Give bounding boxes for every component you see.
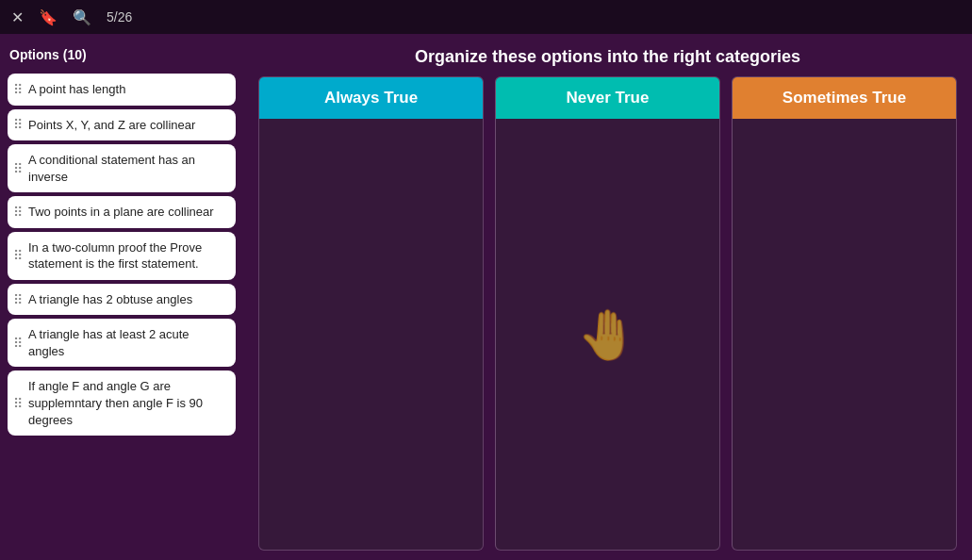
sometimes-true-header: Sometimes True [733,77,956,119]
bookmark-icon[interactable]: 🔖 [39,8,58,26]
options-list: A point has lengthPoints X, Y, and Z are… [0,74,243,436]
drop-zone-never-true[interactable]: Never True 🤚 [495,76,720,551]
option-card-opt5[interactable]: In a two-column proof the Prove statemen… [8,232,236,280]
top-bar: ✕ 🔖 🔍 5/26 [0,0,972,34]
instruction-bar: Organize these options into the right ca… [243,34,972,76]
always-true-body[interactable] [259,119,483,550]
drag-hand-icon: 🤚 [577,305,638,363]
drop-zone-always-true[interactable]: Always True [258,76,484,551]
drop-zones: Always True Never True 🤚 Sometimes True [243,76,972,560]
search-icon[interactable]: 🔍 [73,8,91,26]
options-label: Options (10) [0,43,243,70]
progress-text: 5/26 [107,9,132,25]
option-card-opt4[interactable]: Two points in a plane are collinear [8,196,236,228]
option-card-opt1[interactable]: A point has length [8,74,236,106]
option-card-opt6[interactable]: A triangle has 2 obtuse angles [8,284,236,316]
always-true-header: Always True [259,77,483,119]
never-true-header: Never True [496,77,719,119]
option-card-opt2[interactable]: Points X, Y, and Z are collinear [8,109,236,141]
options-panel: Options (10) A point has lengthPoints X,… [0,34,243,560]
option-card-opt8[interactable]: If angle F and angle G are supplemntary … [8,371,236,436]
categories-area: Organize these options into the right ca… [243,34,972,560]
option-card-opt7[interactable]: A triangle has at least 2 acute angles [8,319,236,367]
never-true-body[interactable]: 🤚 [496,119,719,550]
back-icon[interactable]: ✕ [11,8,24,26]
sometimes-true-body[interactable] [733,119,956,550]
option-card-opt3[interactable]: A conditional statement has an inverse [8,144,236,192]
main-content: Options (10) A point has lengthPoints X,… [0,34,972,560]
drop-zone-sometimes-true[interactable]: Sometimes True [732,76,957,551]
